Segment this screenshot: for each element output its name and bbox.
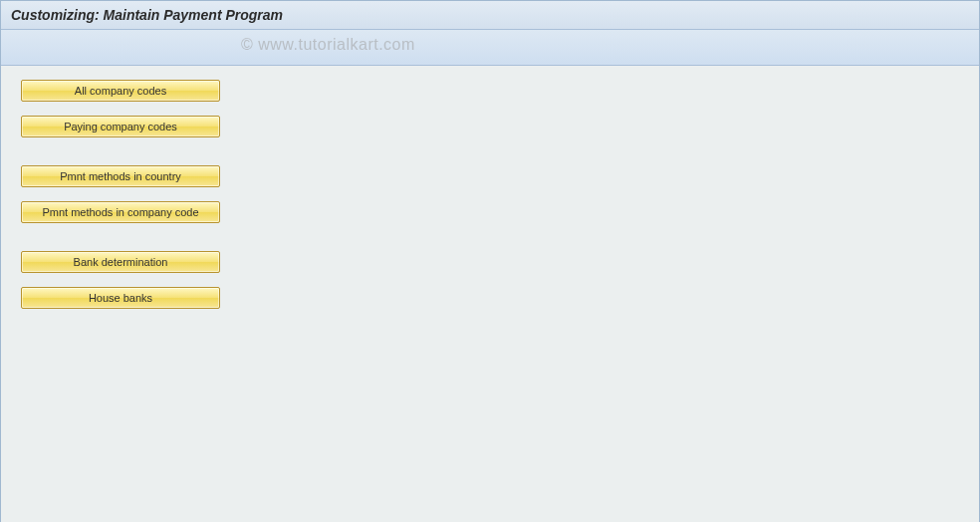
button-group-methods: Pmnt methods in country Pmnt methods in …	[21, 165, 959, 223]
title-bar: Customizing: Maintain Payment Program	[1, 1, 979, 30]
button-group-bank: Bank determination House banks	[21, 251, 959, 309]
button-label: All company codes	[75, 85, 166, 97]
pmnt-methods-country-button[interactable]: Pmnt methods in country	[21, 165, 220, 187]
button-label: Bank determination	[74, 256, 168, 268]
page-title: Customizing: Maintain Payment Program	[11, 7, 283, 23]
button-label: Pmnt methods in country	[60, 170, 181, 182]
button-label: House banks	[89, 292, 152, 304]
pmnt-methods-company-button[interactable]: Pmnt methods in company code	[21, 201, 220, 223]
all-company-codes-button[interactable]: All company codes	[21, 80, 220, 102]
button-label: Paying company codes	[64, 121, 177, 132]
button-label: Pmnt methods in company code	[42, 206, 198, 218]
toolbar-strip	[1, 30, 979, 66]
button-group-company: All company codes Paying company codes	[21, 80, 959, 137]
paying-company-codes-button[interactable]: Paying company codes	[21, 116, 220, 137]
main-window: Customizing: Maintain Payment Program © …	[0, 0, 980, 522]
content-area: All company codes Paying company codes P…	[1, 66, 979, 522]
bank-determination-button[interactable]: Bank determination	[21, 251, 220, 273]
house-banks-button[interactable]: House banks	[21, 287, 220, 309]
